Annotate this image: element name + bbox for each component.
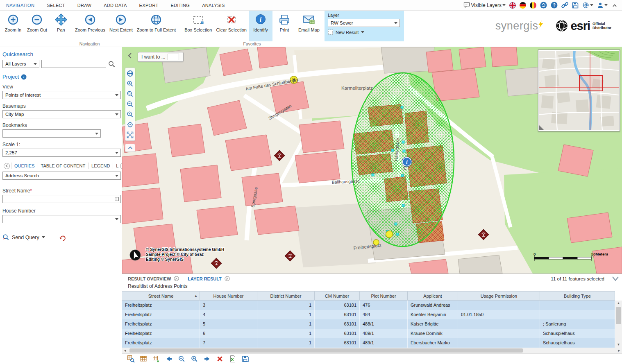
scroll-right-icon[interactable]: ► xyxy=(616,349,622,353)
refresh-icon[interactable] xyxy=(540,2,547,9)
scroll-left-icon[interactable]: ◄ xyxy=(122,349,128,353)
horizontal-scroll-thumb[interactable] xyxy=(129,348,523,353)
add-to-table-button[interactable] xyxy=(152,355,160,363)
zoom-out-button[interactable]: Zoom Out xyxy=(25,11,49,41)
layer-select[interactable]: RW Sewer xyxy=(328,19,400,27)
table-row[interactable]: Freiheitsplatz3163101476Grunewald Andrea… xyxy=(122,301,615,310)
column-header-plot-number[interactable]: Plot Number xyxy=(360,292,408,300)
menu-tab-draw[interactable]: DRAW xyxy=(71,0,98,11)
box-selection-button[interactable]: Box Selection xyxy=(182,11,214,41)
reset-query-icon[interactable] xyxy=(59,234,66,241)
new-result-button[interactable]: New Result xyxy=(328,29,401,35)
overview-extent-rect[interactable] xyxy=(579,75,602,91)
column-header-building-type[interactable]: Building Type xyxy=(540,292,615,300)
table-row[interactable]: Freiheitsplatz4163101484Koehler Benjamin… xyxy=(122,310,615,319)
tab-result-overview[interactable]: RESULT OVERVIEW xyxy=(128,276,171,281)
visible-layers-button[interactable]: Visible Layers xyxy=(463,2,506,8)
help-icon[interactable]: ? xyxy=(551,2,558,9)
previous-result-button[interactable] xyxy=(165,355,173,363)
zoom-out-tool-icon[interactable] xyxy=(127,101,134,108)
remove-result-button[interactable] xyxy=(216,355,224,363)
vertical-scroll-thumb[interactable] xyxy=(616,307,621,324)
email-map-button[interactable]: Email Map xyxy=(296,11,322,41)
menu-tab-add-data[interactable]: ADD DATA xyxy=(98,0,133,11)
print-button[interactable]: Print xyxy=(272,11,296,41)
collapse-sidebar-icon[interactable] xyxy=(128,53,132,59)
zoom-in-tool-icon[interactable] xyxy=(127,80,134,87)
center-map-tool-icon[interactable] xyxy=(127,121,134,128)
scroll-up-icon[interactable]: ▲ xyxy=(617,301,620,306)
tab-clipped[interactable]: L xyxy=(113,163,119,169)
save-icon[interactable] xyxy=(572,2,579,9)
menu-tab-analysis[interactable]: ANALYSIS xyxy=(196,0,231,11)
table-row[interactable]: Freiheitsplatz5163101488/1Kaiser Brigitt… xyxy=(122,319,615,329)
user-menu-button[interactable] xyxy=(597,2,608,9)
search-icon[interactable] xyxy=(108,61,115,68)
tabs-scroll-left-button[interactable] xyxy=(4,163,10,169)
collapse-results-icon[interactable] xyxy=(611,276,620,282)
zoom-box-tool-icon[interactable] xyxy=(127,90,134,97)
flag-belgium-icon[interactable] xyxy=(530,2,536,9)
zoom-previous-tool-icon[interactable] xyxy=(127,111,134,118)
zoom-in-result-button[interactable] xyxy=(191,355,198,363)
autocomplete-icon[interactable] xyxy=(114,197,119,201)
table-row[interactable]: Freiheitsplatz7163101489/1Ebersbacher Ma… xyxy=(122,338,615,348)
zoom-full-extent-button[interactable]: Zoom to Full Extent xyxy=(135,11,178,41)
map-toolbar-collapse-button[interactable] xyxy=(125,144,135,152)
street-name-input[interactable] xyxy=(2,195,121,203)
tab-queries[interactable]: QUERIES xyxy=(11,163,38,169)
column-header-cm-number[interactable]: CM Number xyxy=(315,292,360,300)
menu-tab-editing[interactable]: EDITING xyxy=(164,0,196,11)
bookmark-select[interactable] xyxy=(2,129,101,138)
next-extent-button[interactable]: Next Extent xyxy=(107,11,135,41)
basemap-select[interactable]: City Map xyxy=(2,110,121,118)
tab-layer-result[interactable]: LAYER RESULT xyxy=(188,276,222,281)
menu-tab-export[interactable]: EXPORT xyxy=(133,0,165,11)
zoom-out-result-button[interactable] xyxy=(178,355,186,363)
show-table-button[interactable] xyxy=(140,355,148,363)
i-want-to-input[interactable] xyxy=(168,54,179,60)
zoom-previous-button[interactable]: Zoom Previous xyxy=(73,11,107,41)
close-icon[interactable] xyxy=(174,276,179,281)
flag-uk-icon[interactable] xyxy=(509,2,516,9)
column-header-house-number[interactable]: House Number xyxy=(200,292,257,300)
column-header-applicant[interactable]: Applicant xyxy=(408,292,458,300)
globe-tool-icon[interactable] xyxy=(127,70,134,77)
query-type-select[interactable]: Address Search xyxy=(2,172,121,180)
search-scope-select[interactable]: All Layers xyxy=(2,60,39,68)
table-row[interactable]: Freiheitsplatz6163101489/1Krause Dominik… xyxy=(122,329,615,338)
house-number-select[interactable] xyxy=(2,215,121,223)
export-excel-button[interactable] xyxy=(229,355,236,363)
clear-selection-button[interactable]: Clear Selection xyxy=(214,11,249,41)
close-icon[interactable] xyxy=(225,276,230,281)
overview-map[interactable] xyxy=(538,50,620,131)
view-select[interactable]: Points of Interest xyxy=(2,91,121,99)
zoom-to-result-button[interactable] xyxy=(127,355,135,363)
horizontal-scrollbar[interactable]: ◄ ► xyxy=(122,348,622,353)
column-header-street-name[interactable]: Street Name▲ xyxy=(122,292,200,300)
send-query-button[interactable]: Send Query xyxy=(2,234,45,241)
next-result-button[interactable] xyxy=(203,355,211,363)
map-viewport[interactable]: H i xyxy=(122,47,622,274)
link-icon[interactable] xyxy=(561,2,568,9)
save-result-button[interactable] xyxy=(241,355,249,363)
column-header-usage-permission[interactable]: Usage Permission xyxy=(458,292,540,300)
pan-button[interactable]: Pan xyxy=(49,11,73,41)
collapse-ribbon-icon[interactable] xyxy=(611,3,618,8)
vertical-scrollbar[interactable]: ▲ ▼ xyxy=(615,301,622,348)
zoom-in-button[interactable]: Zoom In xyxy=(1,11,25,41)
identify-button[interactable]: i Identify xyxy=(249,11,272,41)
scale-select[interactable]: 2,257 xyxy=(2,149,121,157)
tab-table-of-content[interactable]: TABLE OF CONTENT xyxy=(38,163,89,169)
i-want-to-box[interactable]: I want to ... xyxy=(138,52,184,62)
settings-button[interactable] xyxy=(582,2,593,9)
info-icon[interactable]: i xyxy=(21,74,27,80)
menu-tab-navigation[interactable]: NAVIGATION xyxy=(0,0,41,11)
full-extent-tool-icon[interactable] xyxy=(127,131,134,138)
menu-tab-select[interactable]: SELECT xyxy=(41,0,71,11)
tab-legend[interactable]: LEGEND xyxy=(88,163,113,169)
column-header-district-number[interactable]: District Number xyxy=(257,292,315,300)
flag-germany-icon[interactable] xyxy=(520,2,526,9)
quicksearch-input[interactable] xyxy=(41,60,106,68)
scroll-down-icon[interactable]: ▼ xyxy=(617,342,620,348)
